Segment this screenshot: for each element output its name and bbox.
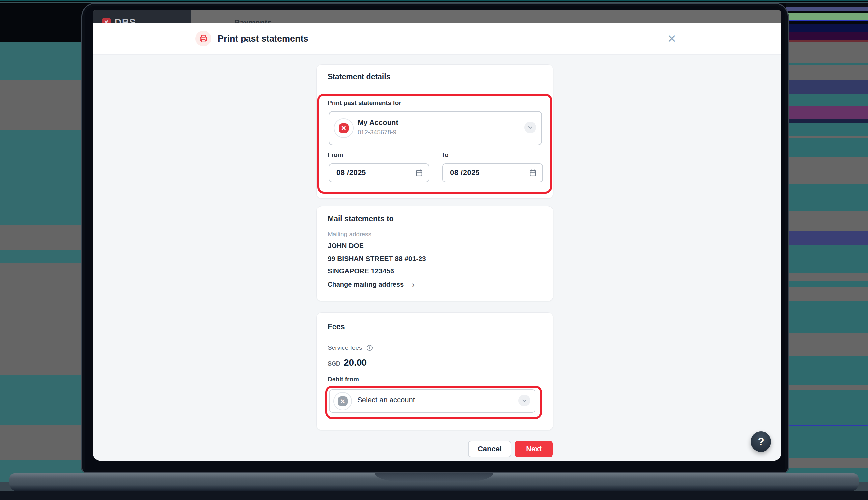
- service-fees-row: Service fees: [328, 344, 373, 351]
- printer-icon: [199, 34, 208, 43]
- calendar-icon: [415, 169, 424, 177]
- account-number: 012-345678-9: [358, 129, 396, 136]
- close-icon[interactable]: ✕: [665, 32, 678, 45]
- printer-icon-badge: [195, 31, 211, 46]
- debit-from-label: Debit from: [328, 376, 359, 383]
- laptop-display: ✕ DBS ←Payments: [93, 10, 781, 469]
- chevron-down-icon: [518, 395, 530, 407]
- account-avatar: ✕: [334, 118, 353, 138]
- dbs-account-icon: ✕: [339, 123, 349, 133]
- dbs-logo-icon: ✕: [102, 18, 111, 23]
- dbs-logo: ✕ DBS: [102, 17, 136, 23]
- laptop-mockup-scene: ✕ DBS ←Payments: [0, 0, 868, 500]
- statement-details-card: Statement details Print past statements …: [316, 64, 553, 198]
- to-label: To: [441, 151, 449, 159]
- currency-code: SGD: [328, 360, 340, 367]
- print-past-statements-modal: Print past statements ✕ Statement detail…: [93, 23, 781, 461]
- background-glitch-bottom: [0, 491, 868, 500]
- fee-amount: 20.00: [344, 357, 367, 368]
- mailing-address-label: Mailing address: [328, 230, 371, 238]
- address-line-city: SINGAPORE 123456: [328, 267, 394, 275]
- app-sidebar-header: ✕ DBS: [93, 10, 191, 23]
- calendar-icon: [529, 169, 537, 177]
- service-fee-amount: SGD 20.00: [328, 357, 367, 368]
- highlight-annotation-statement: Print past statements for ✕ My Account 0…: [317, 93, 552, 194]
- background-glitch-right: [786, 0, 868, 500]
- page-header-title: ←Payments: [218, 18, 272, 23]
- back-arrow-icon: ←: [218, 18, 226, 23]
- laptop-base-notch: [375, 473, 493, 482]
- statement-account-dropdown[interactable]: ✕ My Account 012-345678-9: [328, 111, 542, 145]
- dbs-wordmark: DBS: [114, 17, 136, 23]
- account-section-label: Print past statements for: [328, 100, 402, 107]
- mail-statements-card: Mail statements to Mailing address JOHN …: [316, 206, 553, 302]
- bank-account-icon: ✕: [338, 396, 348, 406]
- statement-details-heading: Statement details: [328, 72, 390, 81]
- debit-account-dropdown[interactable]: ✕ Select an account: [329, 389, 536, 413]
- cancel-button[interactable]: Cancel: [468, 441, 511, 457]
- chevron-down-icon: [524, 122, 536, 133]
- info-icon[interactable]: [366, 344, 373, 351]
- fees-card: Fees Service fees SGD 20.00 Debit from: [316, 312, 553, 430]
- page-background-scrim: ✕ DBS ←Payments: [93, 10, 781, 23]
- to-month-input[interactable]: 08 /2025: [442, 163, 543, 182]
- from-label: From: [328, 151, 343, 159]
- background-glitch-left: [0, 0, 89, 500]
- modal-title: Print past statements: [218, 23, 308, 54]
- from-month-input[interactable]: 08 /2025: [328, 163, 429, 182]
- address-line-street: 99 BISHAN STREET 88 #01-23: [328, 254, 426, 262]
- highlight-annotation-debit: ✕ Select an account: [325, 386, 542, 419]
- help-button[interactable]: ?: [751, 431, 771, 452]
- chevron-right-icon: ›: [412, 281, 415, 288]
- change-mailing-address-link[interactable]: Change mailing address ›: [328, 281, 415, 288]
- fees-heading: Fees: [328, 322, 345, 331]
- debit-account-placeholder: Select an account: [357, 396, 415, 404]
- debit-account-avatar: ✕: [334, 392, 352, 410]
- next-button[interactable]: Next: [515, 441, 553, 457]
- change-mailing-address-label: Change mailing address: [328, 281, 404, 288]
- service-fees-label: Service fees: [328, 344, 362, 351]
- to-month-value: 08 /2025: [450, 168, 480, 177]
- mail-statements-heading: Mail statements to: [328, 214, 394, 223]
- account-name: My Account: [358, 118, 398, 127]
- from-month-value: 08 /2025: [337, 168, 366, 177]
- modal-header: Print past statements ✕: [93, 23, 781, 55]
- laptop-screen-bezel: ✕ DBS ←Payments: [81, 3, 789, 473]
- address-line-name: JOHN DOE: [328, 242, 364, 250]
